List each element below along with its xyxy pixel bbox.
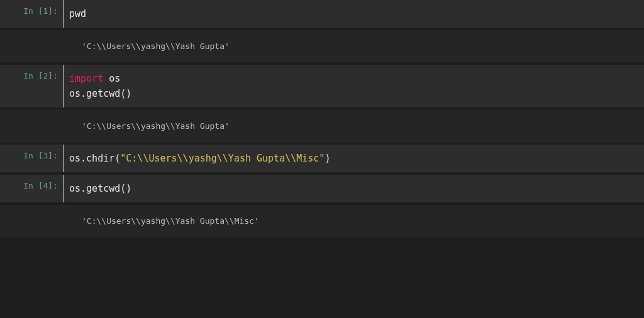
input-prompt: In [3]: [0, 145, 63, 172]
keyword-import: import [69, 73, 103, 84]
code-area[interactable]: os.chdir("C:\\Users\\yashg\\Yash Gupta\\… [63, 145, 644, 172]
output-prompt-spacer [0, 30, 63, 62]
input-prompt: In [4]: [0, 175, 63, 202]
method-call: os.chdir( [69, 153, 120, 164]
output-text: 'C:\\Users\\yashg\\Yash Gupta' [63, 110, 644, 142]
output-cell-1: 'C:\\Users\\yashg\\Yash Gupta' [0, 30, 644, 62]
output-prompt-spacer [0, 110, 63, 142]
close-paren: ) [325, 153, 330, 164]
code-line: os.getcwd() [69, 181, 639, 196]
input-cell-2[interactable]: In [2]: import os os.getcwd() [0, 65, 644, 107]
code-line: pwd [69, 6, 639, 21]
output-prompt-spacer [0, 205, 63, 237]
code-area[interactable]: import os os.getcwd() [63, 65, 644, 107]
input-cell-4[interactable]: In [4]: os.getcwd() [0, 175, 644, 202]
notebook-container: In [1]: pwd 'C:\\Users\\yashg\\Yash Gupt… [0, 0, 644, 237]
input-prompt: In [2]: [0, 65, 63, 107]
code-area[interactable]: os.getcwd() [63, 175, 644, 202]
input-cell-1[interactable]: In [1]: pwd [0, 0, 644, 28]
output-cell-2: 'C:\\Users\\yashg\\Yash Gupta' [0, 110, 644, 142]
input-prompt: In [1]: [0, 0, 63, 28]
string-literal: "C:\\Users\\yashg\\Yash Gupta\\Misc" [120, 153, 325, 164]
code-line-1: import os [69, 71, 639, 86]
input-cell-3[interactable]: In [3]: os.chdir("C:\\Users\\yashg\\Yash… [0, 145, 644, 172]
code-line: os.chdir("C:\\Users\\yashg\\Yash Gupta\\… [69, 151, 639, 166]
code-area[interactable]: pwd [63, 0, 644, 28]
module-os: os [103, 73, 120, 84]
code-line-2: os.getcwd() [69, 86, 639, 101]
output-cell-3: 'C:\\Users\\yashg\\Yash Gupta\\Misc' [0, 205, 644, 237]
output-text: 'C:\\Users\\yashg\\Yash Gupta' [63, 30, 644, 62]
output-text: 'C:\\Users\\yashg\\Yash Gupta\\Misc' [63, 205, 644, 237]
